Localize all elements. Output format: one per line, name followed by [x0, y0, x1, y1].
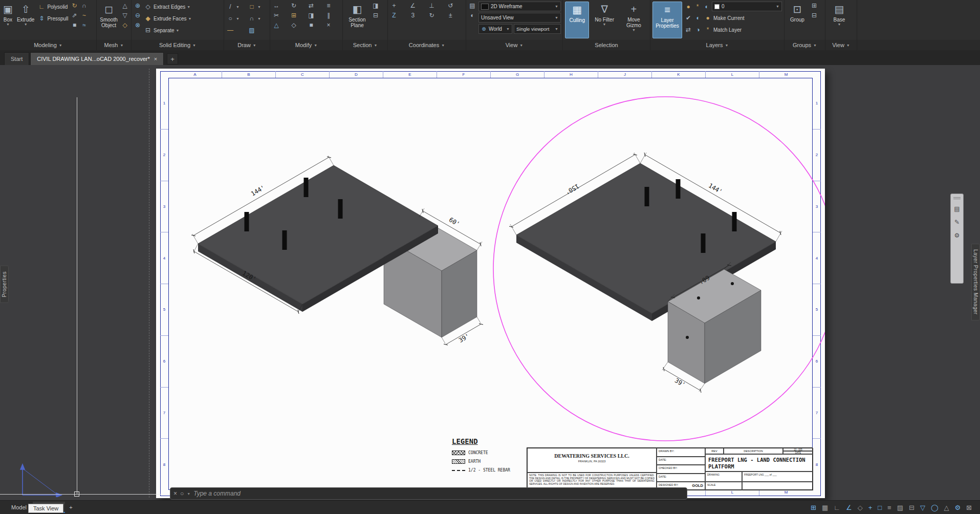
start-tab[interactable]: Start	[4, 52, 29, 65]
ortho-mode-icon[interactable]: ∟	[834, 504, 840, 511]
palette-edit-icon[interactable]: ✎	[954, 219, 960, 226]
ungroup-icon[interactable]: ⊞	[810, 2, 818, 10]
new-drawing-button[interactable]: +	[167, 53, 178, 65]
chamfer-icon[interactable]: ◇	[290, 21, 298, 29]
offset-icon[interactable]: ≡	[324, 2, 333, 10]
culling-button[interactable]: ▦ Culling	[565, 2, 589, 38]
close-icon[interactable]: ×	[154, 56, 157, 62]
sweep-icon[interactable]: ∩	[80, 2, 89, 10]
slice-icon[interactable]: ■	[71, 21, 79, 29]
layer-freeze-icon[interactable]: *	[693, 3, 702, 11]
anchored-palette-bar[interactable]: ▤ ✎ ⚙	[950, 194, 964, 284]
mirror-icon[interactable]: ⇄	[307, 2, 315, 10]
move-icon[interactable]: ↔	[272, 2, 280, 10]
trim-icon[interactable]: ✂	[272, 11, 280, 19]
panel-label-modify[interactable]: Modify▼	[270, 40, 342, 50]
viewport-dropdown[interactable]: Single viewport ▼	[514, 24, 561, 34]
section-plane-button[interactable]: ◧ Section Plane	[345, 2, 369, 38]
no-filter-button[interactable]: ∇ No Filter ▼	[591, 2, 617, 38]
ucs-3point-icon[interactable]: 3	[409, 11, 417, 19]
snap-mode-icon[interactable]: ▦	[822, 504, 828, 511]
hatch-tool[interactable]: ▨	[248, 25, 268, 35]
match-layer-button[interactable]: ⇄ ◑ * Match Layer	[684, 25, 782, 35]
smooth-more-icon[interactable]: △	[121, 2, 129, 10]
group-edit-icon[interactable]: ⊟	[810, 11, 818, 19]
command-line[interactable]: × ○ ▼	[170, 487, 687, 500]
array-icon[interactable]: ⊞	[290, 11, 298, 19]
clean-screen-icon[interactable]: ⊠	[966, 504, 972, 511]
polyline-tool[interactable]: —	[226, 25, 246, 35]
layer-properties-button[interactable]: ≡ Layer Properties	[652, 2, 682, 38]
separate-button[interactable]: ⊟ Separate ▼	[144, 25, 191, 35]
layer-on-icon[interactable]: ●	[684, 3, 692, 11]
rectangle-tool[interactable]: □▼	[248, 2, 268, 12]
palette-settings-icon[interactable]: ⚙	[954, 232, 960, 239]
live-section-icon[interactable]: ◨	[372, 2, 380, 10]
ucs-z-icon[interactable]: Z	[390, 11, 398, 19]
osnap-tracking-icon[interactable]: +	[868, 504, 873, 511]
union-icon[interactable]: ⊕	[134, 2, 142, 10]
grid-icon[interactable]: ⊞	[811, 504, 816, 511]
visual-style-dropdown[interactable]: 2D Wireframe ▼	[478, 2, 561, 11]
box-button[interactable]: ▣ Box ▼	[2, 2, 14, 38]
close-icon[interactable]: ×	[173, 490, 177, 497]
visual-styles-icon[interactable]: ▤	[468, 2, 476, 10]
ucs-dropdown[interactable]: ⊕ World ▼	[478, 24, 512, 34]
selection-filter-icon[interactable]: ▽	[920, 504, 925, 511]
stretch-icon[interactable]: ■	[307, 21, 315, 29]
polysolid-button[interactable]: ∟ Polysolid	[37, 2, 68, 12]
palette-properties-icon[interactable]: ▤	[954, 205, 960, 212]
revolve-icon[interactable]: ↻	[71, 2, 79, 10]
layer-isolate-icon[interactable]: ◐	[703, 3, 711, 11]
lineweight-icon[interactable]: ≡	[887, 504, 891, 511]
properties-palette-tab[interactable]: Properties	[0, 266, 9, 303]
object-snap-icon[interactable]: □	[878, 504, 882, 511]
search-icon[interactable]: ○	[180, 490, 184, 497]
fillet-icon[interactable]: ◨	[307, 11, 315, 19]
thicken-icon[interactable]: ≈	[80, 21, 89, 29]
panel-label-coordinates[interactable]: Coordinates▼	[388, 40, 466, 50]
spline-tool-icon[interactable]: ~	[80, 11, 89, 19]
scale-icon[interactable]: △	[272, 21, 280, 29]
panel-label-selection[interactable]: Selection	[563, 40, 650, 50]
ucs-previous-icon[interactable]: ↺	[446, 2, 454, 10]
erase-icon[interactable]: ×	[324, 21, 333, 29]
transparency-icon[interactable]: ▨	[897, 504, 903, 511]
mesh-refine-icon[interactable]: ◇	[121, 21, 129, 29]
group-button[interactable]: ⊡ Group	[787, 2, 808, 38]
ucs-origin-icon[interactable]: ±	[446, 11, 454, 19]
annotation-visibility-icon[interactable]: ◯	[931, 504, 939, 511]
layer-dropdown[interactable]: 0 ▼	[712, 2, 782, 11]
isodraft-icon[interactable]: ◇	[858, 504, 863, 511]
view-cube-icon[interactable]: ◐	[468, 11, 476, 19]
chevron-down-icon[interactable]: ▼	[187, 492, 190, 496]
smooth-less-icon[interactable]: ▽	[121, 11, 129, 19]
subtract-icon[interactable]: ⊖	[134, 11, 142, 19]
smooth-object-button[interactable]: ◻ Smooth Object	[99, 2, 119, 38]
ucs-normal-icon[interactable]: ⊥	[428, 2, 436, 10]
circle-tool[interactable]: ○▼	[226, 13, 246, 24]
drawing-tab[interactable]: CIVIL DRAWING LAN...oCAD 2000_recover* ×	[30, 52, 164, 65]
ucs-angle-icon[interactable]: ∠	[409, 2, 417, 10]
rotate-icon[interactable]: ↻	[290, 2, 298, 10]
panel-label-mesh[interactable]: Mesh▼	[97, 40, 131, 50]
panel-label-draw[interactable]: Draw▼	[224, 40, 270, 50]
panel-label-view2[interactable]: View▼	[825, 40, 857, 50]
panel-label-layers[interactable]: Layers▼	[650, 40, 784, 50]
layer-properties-manager-tab[interactable]: Layer Properties Manager	[971, 244, 980, 320]
panel-label-groups[interactable]: Groups▼	[785, 40, 825, 50]
loft-icon[interactable]: ⇗	[71, 11, 79, 19]
ucs-icon[interactable]: +	[390, 2, 398, 10]
parallel-icon[interactable]: ∥	[324, 11, 333, 19]
panel-label-view[interactable]: View▼	[466, 40, 562, 50]
ucs-rotate-icon[interactable]: ↻	[428, 11, 436, 19]
customization-icon[interactable]: ⚙	[954, 504, 961, 511]
drawing-canvas[interactable]: ABCDEFGHJKLM ABCDEFGHJKLM 12345678 12345…	[0, 65, 980, 500]
selection-cycling-icon[interactable]: ⊟	[909, 504, 914, 511]
base-button[interactable]: ▤ Base ▼	[827, 2, 851, 38]
panel-label-modeling[interactable]: Modeling▼	[0, 40, 96, 50]
presspull-button[interactable]: ⇕ Presspull	[37, 13, 68, 24]
new-layout-button[interactable]: +	[65, 502, 76, 512]
extrude-faces-button[interactable]: ◆ Extrude Faces ▼	[144, 13, 191, 24]
extrude-button[interactable]: ⇧ Extrude ▼	[16, 2, 35, 38]
